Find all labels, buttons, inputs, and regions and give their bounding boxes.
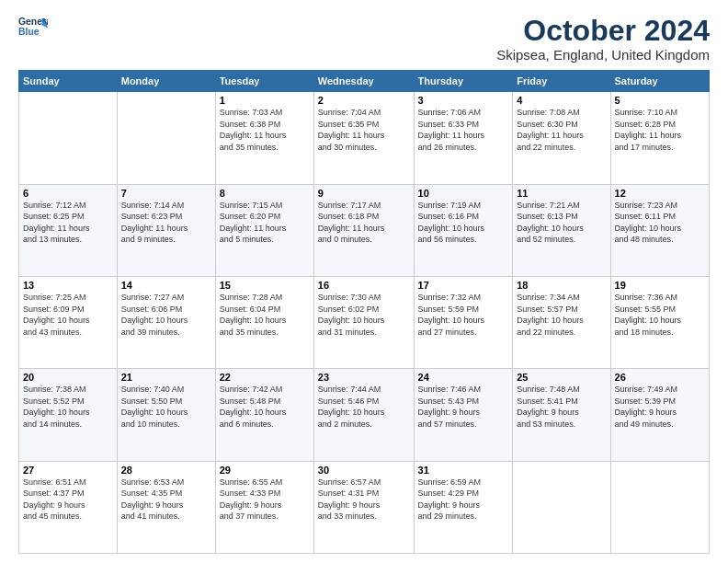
- day-number: 11: [517, 188, 606, 199]
- day-number: 27: [23, 465, 113, 476]
- col-wednesday: Wednesday: [313, 71, 414, 92]
- day-info: Sunrise: 7:06 AM Sunset: 6:33 PM Dayligh…: [418, 107, 509, 153]
- table-row: 23Sunrise: 7:44 AM Sunset: 5:46 PM Dayli…: [313, 369, 414, 461]
- day-info: Sunrise: 7:44 AM Sunset: 5:46 PM Dayligh…: [318, 384, 410, 430]
- day-number: 5: [615, 95, 705, 106]
- day-number: 13: [23, 280, 113, 291]
- day-number: 20: [23, 372, 113, 383]
- day-info: Sunrise: 6:51 AM Sunset: 4:37 PM Dayligh…: [23, 477, 113, 523]
- table-row: 6Sunrise: 7:12 AM Sunset: 6:25 PM Daylig…: [19, 184, 118, 276]
- day-number: 1: [220, 95, 310, 106]
- day-info: Sunrise: 7:48 AM Sunset: 5:41 PM Dayligh…: [517, 384, 606, 430]
- table-row: 9Sunrise: 7:17 AM Sunset: 6:18 PM Daylig…: [313, 184, 414, 276]
- table-row: 3Sunrise: 7:06 AM Sunset: 6:33 PM Daylig…: [414, 92, 513, 184]
- day-info: Sunrise: 7:14 AM Sunset: 6:23 PM Dayligh…: [121, 200, 211, 246]
- day-info: Sunrise: 7:03 AM Sunset: 6:38 PM Dayligh…: [220, 107, 310, 153]
- table-row: 21Sunrise: 7:40 AM Sunset: 5:50 PM Dayli…: [117, 369, 215, 461]
- day-info: Sunrise: 7:49 AM Sunset: 5:39 PM Dayligh…: [615, 384, 705, 430]
- table-row: 22Sunrise: 7:42 AM Sunset: 5:48 PM Dayli…: [215, 369, 313, 461]
- day-info: Sunrise: 7:25 AM Sunset: 6:09 PM Dayligh…: [23, 292, 113, 338]
- table-row: 1Sunrise: 7:03 AM Sunset: 6:38 PM Daylig…: [215, 92, 313, 184]
- table-row: 13Sunrise: 7:25 AM Sunset: 6:09 PM Dayli…: [19, 276, 118, 368]
- day-info: Sunrise: 7:30 AM Sunset: 6:02 PM Dayligh…: [318, 292, 410, 338]
- location: Skipsea, England, United Kingdom: [496, 47, 710, 63]
- week-row: 6Sunrise: 7:12 AM Sunset: 6:25 PM Daylig…: [19, 184, 710, 276]
- table-row: 28Sunrise: 6:53 AM Sunset: 4:35 PM Dayli…: [117, 461, 215, 553]
- header: General Blue October 2024 Skipsea, Engla…: [18, 15, 710, 63]
- week-row: 13Sunrise: 7:25 AM Sunset: 6:09 PM Dayli…: [19, 276, 710, 368]
- day-number: 15: [220, 280, 310, 291]
- logo-icon: General Blue: [18, 15, 48, 40]
- day-info: Sunrise: 7:23 AM Sunset: 6:11 PM Dayligh…: [615, 200, 705, 246]
- day-number: 24: [418, 372, 509, 383]
- table-row: [117, 92, 215, 184]
- day-info: Sunrise: 7:19 AM Sunset: 6:16 PM Dayligh…: [418, 200, 509, 246]
- week-row: 27Sunrise: 6:51 AM Sunset: 4:37 PM Dayli…: [19, 461, 710, 553]
- col-monday: Monday: [117, 71, 215, 92]
- week-row: 1Sunrise: 7:03 AM Sunset: 6:38 PM Daylig…: [19, 92, 710, 184]
- day-info: Sunrise: 7:42 AM Sunset: 5:48 PM Dayligh…: [220, 384, 310, 430]
- title-block: October 2024 Skipsea, England, United Ki…: [496, 15, 710, 63]
- table-row: 30Sunrise: 6:57 AM Sunset: 4:31 PM Dayli…: [313, 461, 414, 553]
- table-row: 16Sunrise: 7:30 AM Sunset: 6:02 PM Dayli…: [313, 276, 414, 368]
- day-number: 14: [121, 280, 211, 291]
- day-number: 23: [318, 372, 410, 383]
- day-info: Sunrise: 7:28 AM Sunset: 6:04 PM Dayligh…: [220, 292, 310, 338]
- page: General Blue October 2024 Skipsea, Engla…: [0, 0, 728, 563]
- day-info: Sunrise: 7:12 AM Sunset: 6:25 PM Dayligh…: [23, 200, 113, 246]
- day-info: Sunrise: 7:46 AM Sunset: 5:43 PM Dayligh…: [418, 384, 509, 430]
- day-number: 21: [121, 372, 211, 383]
- table-row: 29Sunrise: 6:55 AM Sunset: 4:33 PM Dayli…: [215, 461, 313, 553]
- day-info: Sunrise: 7:40 AM Sunset: 5:50 PM Dayligh…: [121, 384, 211, 430]
- month-title: October 2024: [496, 15, 710, 47]
- calendar: Sunday Monday Tuesday Wednesday Thursday…: [18, 70, 710, 554]
- table-row: 20Sunrise: 7:38 AM Sunset: 5:52 PM Dayli…: [19, 369, 118, 461]
- table-row: 18Sunrise: 7:34 AM Sunset: 5:57 PM Dayli…: [513, 276, 610, 368]
- day-number: 3: [418, 95, 509, 106]
- table-row: 26Sunrise: 7:49 AM Sunset: 5:39 PM Dayli…: [610, 369, 709, 461]
- table-row: 14Sunrise: 7:27 AM Sunset: 6:06 PM Dayli…: [117, 276, 215, 368]
- col-tuesday: Tuesday: [215, 71, 313, 92]
- table-row: 10Sunrise: 7:19 AM Sunset: 6:16 PM Dayli…: [414, 184, 513, 276]
- day-number: 28: [121, 465, 211, 476]
- day-number: 16: [318, 280, 410, 291]
- table-row: 25Sunrise: 7:48 AM Sunset: 5:41 PM Dayli…: [513, 369, 610, 461]
- day-number: 29: [220, 465, 310, 476]
- day-number: 26: [615, 372, 705, 383]
- svg-text:Blue: Blue: [18, 27, 40, 37]
- week-row: 20Sunrise: 7:38 AM Sunset: 5:52 PM Dayli…: [19, 369, 710, 461]
- table-row: 8Sunrise: 7:15 AM Sunset: 6:20 PM Daylig…: [215, 184, 313, 276]
- day-info: Sunrise: 7:15 AM Sunset: 6:20 PM Dayligh…: [220, 200, 310, 246]
- table-row: 4Sunrise: 7:08 AM Sunset: 6:30 PM Daylig…: [513, 92, 610, 184]
- day-number: 6: [23, 188, 113, 199]
- day-number: 22: [220, 372, 310, 383]
- table-row: [19, 92, 118, 184]
- table-row: [610, 461, 709, 553]
- day-info: Sunrise: 7:34 AM Sunset: 5:57 PM Dayligh…: [517, 292, 606, 338]
- table-row: 27Sunrise: 6:51 AM Sunset: 4:37 PM Dayli…: [19, 461, 118, 553]
- day-info: Sunrise: 7:08 AM Sunset: 6:30 PM Dayligh…: [517, 107, 606, 153]
- day-number: 2: [318, 95, 410, 106]
- day-info: Sunrise: 7:36 AM Sunset: 5:55 PM Dayligh…: [615, 292, 705, 338]
- day-number: 30: [318, 465, 410, 476]
- table-row: 17Sunrise: 7:32 AM Sunset: 5:59 PM Dayli…: [414, 276, 513, 368]
- table-row: 19Sunrise: 7:36 AM Sunset: 5:55 PM Dayli…: [610, 276, 709, 368]
- table-row: 31Sunrise: 6:59 AM Sunset: 4:29 PM Dayli…: [414, 461, 513, 553]
- day-number: 12: [615, 188, 705, 199]
- table-row: 12Sunrise: 7:23 AM Sunset: 6:11 PM Dayli…: [610, 184, 709, 276]
- table-row: [513, 461, 610, 553]
- table-row: 7Sunrise: 7:14 AM Sunset: 6:23 PM Daylig…: [117, 184, 215, 276]
- day-number: 25: [517, 372, 606, 383]
- day-number: 17: [418, 280, 509, 291]
- day-info: Sunrise: 6:55 AM Sunset: 4:33 PM Dayligh…: [220, 477, 310, 523]
- col-sunday: Sunday: [19, 71, 118, 92]
- day-number: 31: [418, 465, 509, 476]
- day-number: 9: [318, 188, 410, 199]
- table-row: 24Sunrise: 7:46 AM Sunset: 5:43 PM Dayli…: [414, 369, 513, 461]
- day-info: Sunrise: 6:57 AM Sunset: 4:31 PM Dayligh…: [318, 477, 410, 523]
- header-row: Sunday Monday Tuesday Wednesday Thursday…: [19, 71, 710, 92]
- day-number: 4: [517, 95, 606, 106]
- col-friday: Friday: [513, 71, 610, 92]
- day-info: Sunrise: 7:38 AM Sunset: 5:52 PM Dayligh…: [23, 384, 113, 430]
- table-row: 15Sunrise: 7:28 AM Sunset: 6:04 PM Dayli…: [215, 276, 313, 368]
